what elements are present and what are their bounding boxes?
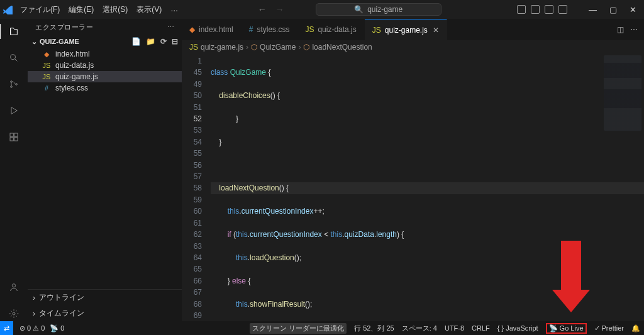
ports-indicator[interactable]: 📡0	[50, 324, 64, 332]
extensions-icon[interactable]	[6, 129, 21, 145]
svg-rect-4	[10, 133, 13, 136]
minimap[interactable]	[604, 55, 641, 131]
line-gutter: 1454950515253545556575859606162636465666…	[182, 54, 211, 321]
broadcast-icon: 📡	[549, 324, 558, 332]
layout-icon[interactable]	[545, 5, 553, 14]
title-bar: ファイル(F) 編集(E) 選択(S) 表示(V) … ← → 🔍 quiz-g…	[0, 0, 644, 19]
search-icon[interactable]	[6, 50, 21, 65]
remote-indicator[interactable]: ⇄	[0, 321, 13, 335]
tab-index-html[interactable]: ◆index.html	[182, 19, 242, 40]
menu-more[interactable]: …	[167, 3, 182, 17]
explorer-title: エクスプローラー	[35, 23, 93, 32]
status-bar: ⇄ ⊘0⚠0 📡0 スクリーン リーダーに最適化 行 52、列 25 スペース:…	[0, 321, 644, 335]
js-icon: JS	[42, 73, 52, 80]
svg-point-1	[11, 81, 13, 83]
command-center[interactable]: 🔍 quiz-game	[316, 3, 441, 16]
workspace-folder[interactable]: ⌄ QUIZ-GAME 📄 📁 ⟳ ⊟	[28, 36, 182, 47]
file-item[interactable]: JSquiz-game.js	[28, 71, 182, 82]
more-icon[interactable]: ⋯	[630, 25, 638, 34]
css-icon: #	[42, 84, 52, 92]
menu-edit[interactable]: 編集(E)	[65, 3, 97, 17]
svg-point-0	[11, 55, 16, 60]
method-icon: ⬡	[303, 43, 309, 52]
file-item[interactable]: ◆index.html	[28, 48, 182, 60]
search-icon: 🔍	[354, 5, 364, 14]
activity-bar	[0, 19, 28, 321]
tab-quiz-game-js[interactable]: JSquiz-game.js✕	[365, 19, 447, 40]
layout-controls	[517, 5, 567, 14]
svg-rect-6	[10, 138, 13, 141]
tab-styles-css[interactable]: #styles.css	[242, 19, 298, 40]
language-mode[interactable]: { }JavaScript	[497, 324, 538, 332]
notifications-icon[interactable]: 🔔	[631, 324, 640, 332]
indentation-item[interactable]: スペース: 4	[402, 324, 437, 333]
antenna-icon: 📡	[50, 324, 58, 332]
problems-indicator[interactable]: ⊘0⚠0	[19, 324, 45, 332]
annotation-arrow	[552, 241, 590, 316]
more-icon[interactable]: ⋯	[167, 23, 175, 31]
layout-icon[interactable]	[531, 5, 540, 14]
maximize-icon[interactable]: ▢	[607, 4, 619, 16]
encoding-item[interactable]: UTF-8	[445, 324, 464, 332]
tab-quiz-data-js[interactable]: JSquiz-data.js	[297, 19, 364, 40]
minimize-icon[interactable]: —	[586, 4, 599, 16]
nav-forward-icon[interactable]: →	[275, 4, 284, 14]
explorer-icon[interactable]	[0, 24, 27, 39]
menu-file[interactable]: ファイル(F)	[16, 3, 64, 17]
js-icon: JS	[189, 43, 198, 52]
html-icon: ◆	[42, 50, 52, 58]
nav-back-icon[interactable]: ←	[258, 4, 267, 14]
layout-icon[interactable]	[517, 5, 526, 14]
explorer-sidebar: エクスプローラー ⋯ ⌄ QUIZ-GAME 📄 📁 ⟳ ⊟ ◆index.ht…	[28, 19, 182, 321]
close-icon[interactable]: ✕	[627, 4, 639, 16]
layout-icon[interactable]	[558, 5, 567, 14]
menu-view[interactable]: 表示(V)	[133, 3, 165, 17]
vscode-logo-icon	[3, 4, 13, 14]
collapse-icon[interactable]: ⊟	[172, 37, 178, 46]
svg-point-9	[13, 312, 15, 315]
split-editor-icon[interactable]: ◫	[617, 25, 624, 34]
outline-section[interactable]: アウトライン	[28, 290, 182, 305]
class-icon: ⬡	[251, 43, 257, 52]
chevron-down-icon: ⌄	[31, 38, 37, 46]
refresh-icon[interactable]: ⟳	[160, 37, 167, 46]
js-icon: JS	[42, 62, 52, 69]
accounts-icon[interactable]	[6, 280, 21, 295]
breadcrumbs[interactable]: JSquiz-game.js ›⬡QuizGame ›⬡loadNextQues…	[182, 40, 644, 54]
screen-reader-item[interactable]: スクリーン リーダーに最適化	[250, 323, 347, 334]
editor-tabs: ◆index.html #styles.css JSquiz-data.js J…	[182, 19, 644, 40]
svg-point-2	[11, 86, 13, 88]
cursor-position[interactable]: 行 52、列 25	[354, 324, 394, 333]
run-debug-icon[interactable]	[6, 103, 21, 118]
file-item[interactable]: #styles.css	[28, 82, 182, 94]
svg-point-8	[12, 284, 15, 287]
source-control-icon[interactable]	[6, 77, 21, 92]
go-live-button[interactable]: 📡Go Live	[546, 323, 587, 334]
file-tree: ◆index.html JSquiz-data.js JSquiz-game.j…	[28, 47, 182, 95]
svg-rect-7	[14, 138, 18, 141]
svg-point-3	[16, 84, 18, 85]
prettier-item[interactable]: ✓Prettier	[594, 324, 624, 332]
eol-item[interactable]: CRLF	[472, 324, 490, 332]
new-file-icon[interactable]: 📄	[131, 37, 141, 46]
menu-bar: ファイル(F) 編集(E) 選択(S) 表示(V) …	[16, 3, 182, 17]
svg-rect-5	[14, 133, 18, 136]
timeline-section[interactable]: タイムライン	[28, 305, 182, 321]
menu-selection[interactable]: 選択(S)	[99, 3, 131, 17]
close-tab-icon[interactable]: ✕	[433, 26, 439, 35]
settings-gear-icon[interactable]	[6, 306, 21, 321]
new-folder-icon[interactable]: 📁	[146, 37, 155, 46]
file-item[interactable]: JSquiz-data.js	[28, 60, 182, 71]
